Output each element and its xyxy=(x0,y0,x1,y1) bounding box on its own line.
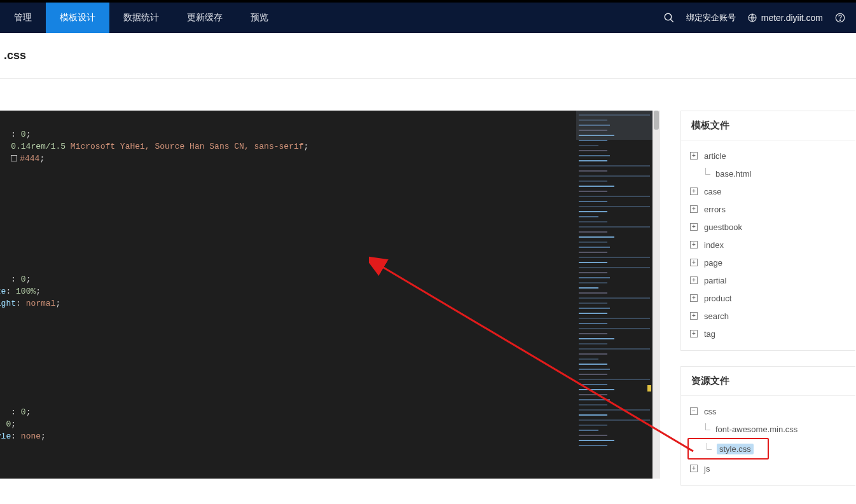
resource-files-tree: − css font-awesome.min.css style.css + j… xyxy=(681,396,855,485)
code-token: Microsoft YaHei, Source Han Sans CN, san… xyxy=(71,142,304,151)
code-token: ; xyxy=(26,275,31,284)
folder-label: product xyxy=(704,294,731,303)
globe-icon xyxy=(747,13,757,23)
expand-icon[interactable]: + xyxy=(690,259,698,266)
tree-branch-icon xyxy=(703,423,710,435)
template-files-header: 模板文件 xyxy=(681,111,855,140)
nav-tab-refresh-cache[interactable]: 更新缓存 xyxy=(173,3,237,33)
help-icon[interactable] xyxy=(834,12,846,24)
code-token: ; xyxy=(39,154,45,163)
expand-icon[interactable]: + xyxy=(690,465,698,472)
code-content[interactable]: : 0; 0.14rem/1.5 Microsoft YaHei, Source… xyxy=(0,128,308,479)
expand-icon[interactable]: + xyxy=(690,241,698,249)
folder-label: guestbook xyxy=(704,222,742,232)
code-token: : xyxy=(11,432,21,441)
nav-tab-manage[interactable]: 管理 xyxy=(0,3,46,33)
tree-folder-search[interactable]: +search xyxy=(685,307,852,325)
code-token: : xyxy=(11,407,21,417)
expand-icon[interactable]: + xyxy=(690,312,698,320)
expand-icon[interactable]: + xyxy=(690,187,698,195)
code-token: ; xyxy=(26,130,31,139)
expand-icon[interactable]: + xyxy=(690,294,698,302)
code-token: ; xyxy=(26,407,31,417)
color-swatch-icon xyxy=(11,155,17,161)
code-token: 0 xyxy=(21,275,26,284)
domain-link[interactable]: meter.diyiit.com xyxy=(747,13,823,23)
nav-tab-preview[interactable]: 预览 xyxy=(237,3,282,33)
code-token: 100% xyxy=(16,287,36,296)
file-label: font-awesome.min.css xyxy=(715,425,797,434)
minimap-content xyxy=(576,111,652,446)
folder-label: errors xyxy=(704,205,726,214)
code-token: tyle xyxy=(0,432,11,441)
folder-label: article xyxy=(704,151,726,161)
tree-folder-tag[interactable]: +tag xyxy=(685,325,852,343)
expand-icon[interactable]: + xyxy=(690,223,698,231)
expand-icon[interactable]: + xyxy=(690,276,698,284)
tree-folder-index[interactable]: +index xyxy=(685,236,852,254)
collapse-icon[interactable]: − xyxy=(690,407,698,415)
code-token: ; xyxy=(55,299,60,308)
code-token: ize xyxy=(0,287,6,296)
tree-folder-article[interactable]: +article xyxy=(685,147,852,165)
folder-label: tag xyxy=(704,329,715,339)
editor-vertical-scrollbar[interactable] xyxy=(652,111,660,479)
svg-point-4 xyxy=(839,20,840,20)
minimap-warning-marker xyxy=(647,385,651,392)
page-title: .css xyxy=(4,49,26,62)
main-area: : 0; 0.14rem/1.5 Microsoft YaHei, Source… xyxy=(0,79,856,501)
template-files-tree: +articlebase.html+case+errors+guestbook+… xyxy=(681,140,855,350)
folder-label: partial xyxy=(704,276,726,285)
bind-account-link[interactable]: 绑定安企账号 xyxy=(686,12,736,24)
code-token: : xyxy=(16,299,26,308)
tree-folder-partial[interactable]: +partial xyxy=(685,271,852,289)
scrollbar-thumb[interactable] xyxy=(654,111,659,130)
code-token: : xyxy=(6,287,16,296)
tree-folder-js[interactable]: + js xyxy=(685,460,852,477)
tree-branch-icon xyxy=(703,168,710,179)
tree-folder-product[interactable]: +product xyxy=(685,289,852,307)
file-label: base.html xyxy=(715,169,751,179)
code-token: normal xyxy=(26,299,56,308)
code-token: : xyxy=(11,275,21,284)
domain-text: meter.diyiit.com xyxy=(761,13,823,23)
tree-folder-errors[interactable]: +errors xyxy=(685,200,852,218)
code-editor[interactable]: : 0; 0.14rem/1.5 Microsoft YaHei, Source… xyxy=(0,111,660,479)
tree-folder-page[interactable]: +page xyxy=(685,254,852,271)
expand-icon[interactable]: + xyxy=(690,330,698,337)
code-token: 0.14rem/1.5 xyxy=(11,142,71,151)
nav-tab-template-design[interactable]: 模板设计 xyxy=(46,3,109,33)
code-token: : xyxy=(11,130,21,139)
tree-folder-guestbook[interactable]: +guestbook xyxy=(685,218,852,236)
tree-folder-case[interactable]: +case xyxy=(685,182,852,200)
folder-label: case xyxy=(704,187,721,196)
folder-label: search xyxy=(704,311,729,321)
page-subheader: .css xyxy=(0,33,856,79)
tree-file-fontawesome[interactable]: font-awesome.min.css xyxy=(685,420,852,438)
side-panels: 模板文件 +articlebase.html+case+errors+guest… xyxy=(680,111,855,501)
code-token: ; xyxy=(41,432,46,441)
top-navbar: 管理 模板设计 数据统计 更新缓存 预览 绑定安企账号 meter.diyiit… xyxy=(0,3,856,33)
expand-icon[interactable]: + xyxy=(690,152,698,160)
tree-folder-css[interactable]: − css xyxy=(685,402,852,420)
nav-right-group: 绑定安企账号 meter.diyiit.com xyxy=(663,3,856,33)
code-token: #444 xyxy=(20,154,39,163)
tree-file-basehtml[interactable]: base.html xyxy=(685,165,852,182)
editor-minimap[interactable] xyxy=(576,111,652,479)
search-icon[interactable] xyxy=(663,12,675,24)
nav-tabs-group: 管理 模板设计 数据统计 更新缓存 预览 xyxy=(0,3,282,33)
minimap-viewport-indicator[interactable] xyxy=(576,111,652,140)
expand-icon[interactable]: + xyxy=(690,205,698,213)
tree-branch-icon xyxy=(704,443,712,454)
code-token: 0 xyxy=(21,130,26,139)
folder-label: js xyxy=(704,464,710,473)
tree-file-stylecss-highlighted[interactable]: style.css xyxy=(687,438,769,460)
code-token: ; xyxy=(36,287,41,296)
nav-tab-statistics[interactable]: 数据统计 xyxy=(109,3,173,33)
resource-files-header: 资源文件 xyxy=(681,367,855,396)
template-files-panel: 模板文件 +articlebase.html+case+errors+guest… xyxy=(680,111,855,351)
editor-surface[interactable]: : 0; 0.14rem/1.5 Microsoft YaHei, Source… xyxy=(0,111,660,479)
file-label: style.css xyxy=(717,444,754,454)
resource-files-panel: 资源文件 − css font-awesome.min.css style.cs… xyxy=(680,366,855,486)
svg-point-0 xyxy=(665,13,672,20)
